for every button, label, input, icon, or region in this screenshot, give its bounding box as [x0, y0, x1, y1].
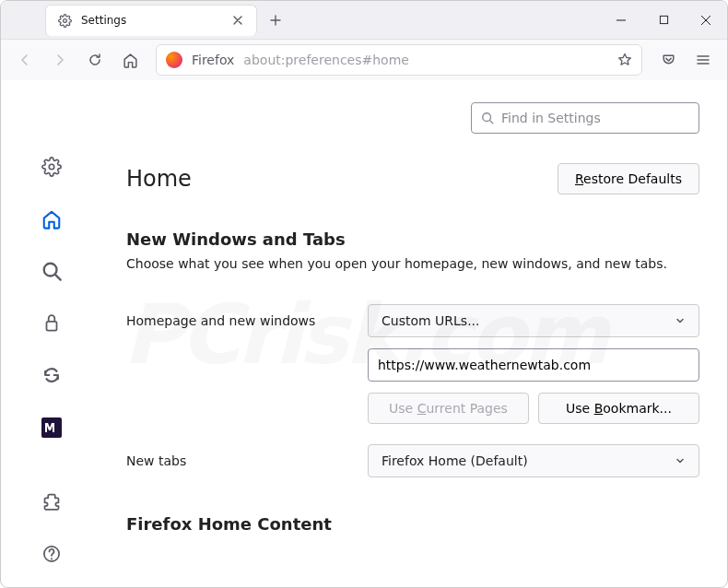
url-identity-label: Firefox — [192, 53, 234, 67]
chevron-down-icon — [675, 315, 686, 326]
settings-search-input[interactable] — [501, 111, 689, 125]
url-bar[interactable]: Firefox about:preferences#home — [156, 44, 642, 76]
section-new-windows-desc: Choose what you see when you open your h… — [126, 256, 699, 271]
close-icon[interactable] — [230, 13, 245, 28]
svg-rect-4 — [47, 322, 57, 331]
sidebar-search[interactable] — [36, 256, 67, 287]
use-bookmark-button[interactable]: Use Bookmark... — [538, 393, 699, 424]
url-text: about:preferences#home — [243, 53, 608, 67]
svg-point-0 — [63, 18, 66, 22]
section-new-windows-title: New Windows and Tabs — [126, 229, 699, 249]
sidebar-privacy[interactable] — [36, 309, 67, 339]
navbar: Firefox about:preferences#home — [1, 40, 727, 80]
titlebar: Settings — [1, 1, 727, 40]
firefox-logo-icon — [166, 52, 182, 68]
newtabs-select-value: Firefox Home (Default) — [382, 453, 528, 468]
forward-button[interactable] — [45, 45, 75, 75]
main-content: Home Restore Defaults New Windows and Ta… — [102, 80, 727, 587]
newtabs-select[interactable]: Firefox Home (Default) — [368, 444, 699, 477]
restore-defaults-button[interactable]: Restore Defaults — [558, 163, 699, 194]
section-home-content-title: Firefox Home Content — [126, 514, 699, 534]
svg-rect-1 — [660, 16, 667, 23]
sidebar-extensions[interactable] — [36, 487, 67, 517]
homepage-select[interactable]: Custom URLs... — [368, 304, 699, 337]
sidebar-more-mozilla[interactable] — [36, 413, 67, 443]
search-icon — [481, 112, 494, 124]
tab-title: Settings — [81, 14, 221, 27]
sidebar-sync[interactable] — [36, 360, 67, 391]
home-button[interactable] — [115, 45, 145, 75]
gear-icon — [57, 13, 72, 28]
app-menu-button[interactable] — [688, 45, 718, 75]
new-tab-button[interactable] — [263, 7, 288, 33]
minimize-button[interactable] — [600, 1, 642, 40]
close-window-button[interactable] — [685, 1, 727, 40]
reload-button[interactable] — [80, 45, 110, 75]
maximize-button[interactable] — [642, 1, 685, 40]
sidebar-help[interactable] — [36, 539, 67, 570]
back-button[interactable] — [10, 45, 40, 75]
sidebar-general[interactable] — [36, 152, 67, 182]
settings-search[interactable] — [471, 102, 699, 134]
chevron-down-icon — [675, 455, 686, 466]
window-controls — [600, 1, 727, 40]
pocket-button[interactable] — [653, 45, 683, 75]
bookmark-star-icon[interactable] — [617, 53, 632, 67]
page-title: Home — [126, 166, 192, 192]
sidebar — [1, 80, 102, 587]
homepage-url-input[interactable] — [368, 348, 699, 382]
newtabs-label: New tabs — [126, 453, 368, 468]
use-current-pages-button[interactable]: Use Current Pages — [368, 393, 529, 424]
svg-point-2 — [49, 165, 54, 171]
sidebar-home[interactable] — [36, 205, 67, 235]
homepage-label: Homepage and new windows — [126, 313, 368, 328]
homepage-select-value: Custom URLs... — [382, 313, 480, 328]
browser-tab[interactable]: Settings — [45, 5, 257, 36]
